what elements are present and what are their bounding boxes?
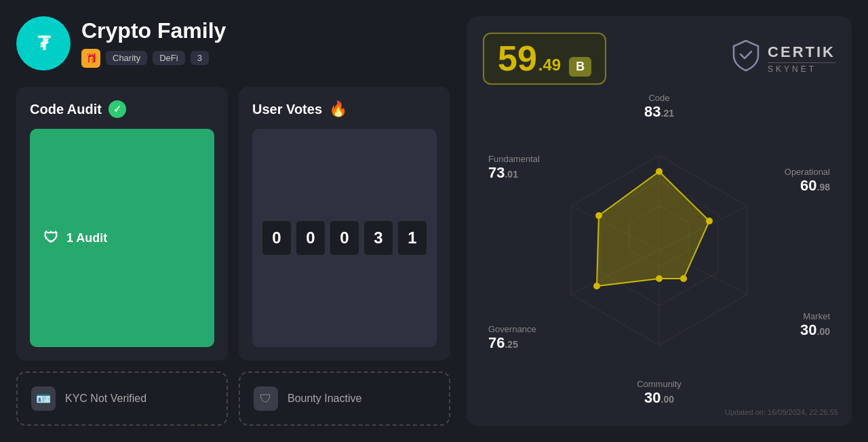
score-row: 59 .49 B CERTIK SKYNET <box>483 33 835 85</box>
vote-digit-3: 3 <box>363 220 393 256</box>
bounty-card: 🛡 Bounty Inactive <box>239 371 450 426</box>
radar-point-code <box>656 168 663 175</box>
code-audit-card: Code Audit ✓ 🛡 1 Audit <box>16 87 228 361</box>
project-info: Crypto Family 🎁 Charity DeFi 3 <box>81 19 226 67</box>
tag-count[interactable]: 3 <box>191 51 209 65</box>
verified-icon: ✓ <box>108 100 126 118</box>
score-main: 59 <box>498 41 537 76</box>
vote-digit-4: 1 <box>397 220 427 256</box>
audit-count-box[interactable]: 🛡 1 Audit <box>30 129 214 347</box>
radar-point-community <box>656 275 663 282</box>
tag-list: 🎁 Charity DeFi 3 <box>81 49 226 68</box>
tag-defi[interactable]: DeFi <box>153 51 184 65</box>
vote-counter: 0 0 0 3 1 <box>252 129 437 347</box>
tag-charity[interactable]: Charity <box>106 51 147 65</box>
label-code: Code 83.21 <box>644 93 674 121</box>
right-panel: 59 .49 B CERTIK SKYNET <box>467 16 852 426</box>
user-votes-card: User Votes 🔥 0 0 0 3 1 <box>239 87 450 361</box>
radar-point-operational <box>706 218 713 224</box>
label-operational: Operational 60.98 <box>785 167 830 195</box>
bottom-row: 🪪 KYC Not Verified 🛡 Bounty Inactive <box>16 371 450 426</box>
kyc-icon: 🪪 <box>31 386 56 411</box>
certik-name: CERTIK <box>768 43 835 61</box>
bounty-icon: 🛡 <box>254 386 278 411</box>
certik-sub: SKYNET <box>768 62 835 74</box>
certik-text: CERTIK SKYNET <box>768 43 835 74</box>
vote-digit-0: 0 <box>262 220 292 256</box>
radar-chart <box>544 142 774 359</box>
certik-shield-icon <box>731 39 761 78</box>
vote-digit-2: 0 <box>330 220 359 256</box>
radar-polygon <box>597 172 709 286</box>
score-grade: B <box>569 57 591 77</box>
label-fundamental: Fundamental 73.01 <box>488 154 540 182</box>
score-decimal: .49 <box>538 56 561 75</box>
score-box: 59 .49 B <box>483 33 606 85</box>
cards-row: Code Audit ✓ 🛡 1 Audit User Votes 🔥 0 0 … <box>16 87 450 361</box>
logo-symbol: ₮ <box>38 33 49 55</box>
label-market: Market 30.00 <box>800 311 830 339</box>
label-governance: Governance 76.25 <box>488 324 536 352</box>
left-panel: ₮ Crypto Family 🎁 Charity DeFi 3 Code Au… <box>16 16 450 426</box>
kyc-label: KYC Not Verified <box>65 393 146 405</box>
tag-icon: 🎁 <box>81 49 100 68</box>
kyc-card: 🪪 KYC Not Verified <box>16 371 228 426</box>
audit-count-label: 1 Audit <box>66 231 107 245</box>
bounty-label: Bounty Inactive <box>288 393 361 405</box>
fire-icon: 🔥 <box>329 100 347 118</box>
project-header: ₮ Crypto Family 🎁 Charity DeFi 3 <box>16 16 450 71</box>
label-community: Community 30.00 <box>637 379 682 407</box>
audit-shield-icon: 🛡 <box>43 229 58 247</box>
radar-chart-area: Code 83.21 Operational 60.98 Market 30.0… <box>483 90 835 409</box>
project-name: Crypto Family <box>81 19 226 43</box>
radar-point-governance <box>593 283 600 289</box>
project-logo: ₮ <box>16 16 71 71</box>
radar-point-market <box>680 275 687 282</box>
user-votes-title: User Votes 🔥 <box>252 100 437 118</box>
radar-point-fundamental <box>595 212 602 219</box>
certik-logo: CERTIK SKYNET <box>731 39 835 78</box>
updated-timestamp: Updated on: 16/09/2024, 22:26:55 <box>725 408 838 416</box>
code-audit-title: Code Audit ✓ <box>30 100 214 118</box>
vote-digit-1: 0 <box>296 220 326 256</box>
